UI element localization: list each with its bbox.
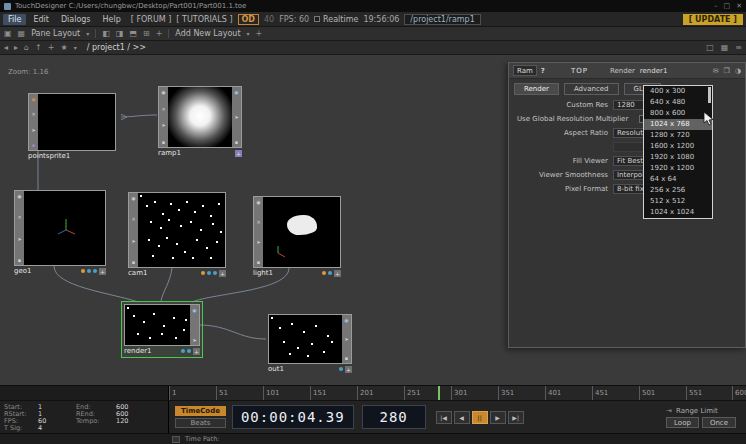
color-dot[interactable]	[81, 269, 85, 273]
realtime-toggle[interactable]: Realtime	[314, 15, 358, 24]
bypass-flag-icon[interactable]: ✕	[131, 216, 135, 222]
list-view-icon[interactable]: ≡	[735, 43, 742, 52]
menu-item[interactable]: Help	[98, 14, 126, 25]
timecode-mode-button[interactable]: TimeCode	[175, 406, 226, 416]
export-flag-icon[interactable]: ➤	[344, 336, 348, 342]
resolution-option[interactable]: 64 x 64	[644, 174, 712, 185]
home-icon[interactable]: ⌂	[24, 43, 29, 52]
resolution-option[interactable]: 1920 x 1200	[644, 163, 712, 174]
minimize-button[interactable]: –	[714, 2, 718, 10]
node-viewer[interactable]	[269, 315, 342, 363]
export-flag-icon[interactable]: ➤	[192, 337, 196, 343]
tab-render[interactable]: Render	[514, 83, 559, 95]
node-pointsprite1[interactable]: ◉ ✕ ➤ ▪ pointsprite1	[28, 93, 116, 160]
display-flag-icon[interactable]: ◉	[234, 89, 238, 95]
render-flag-icon[interactable]: ➤	[256, 239, 260, 245]
add-pane-icon[interactable]: +	[156, 29, 163, 38]
comment-icon[interactable]: ✉	[713, 67, 719, 75]
color-dot[interactable]	[322, 271, 326, 275]
viewer-flag-icon[interactable]: ◉	[256, 199, 260, 205]
color-dot[interactable]	[87, 269, 91, 273]
param-label[interactable]: Aspect Ratio	[509, 129, 613, 137]
lock-flag-icon[interactable]: ▪	[132, 259, 135, 265]
node-viewer[interactable]	[168, 87, 232, 147]
split-quad-icon[interactable]: ⊞	[143, 29, 150, 38]
node-viewer[interactable]	[24, 191, 105, 265]
network-editor[interactable]: Zoom: 1.16 ◉ ✕ ➤ ▪ pointsprite1 ◉	[0, 55, 746, 385]
pane-grid-icon[interactable]: ▦	[18, 29, 26, 38]
node-out1[interactable]: ◉ ➤ ▪ out1 +	[268, 314, 352, 373]
language-toggle-icon[interactable]: ◑	[735, 67, 741, 75]
tsig-field[interactable]: 4	[38, 424, 72, 432]
color-dot[interactable]	[181, 349, 185, 353]
pane-layout-menu[interactable]: Pane Layout	[31, 29, 80, 38]
resolution-option[interactable]: 1920 x 1080	[644, 152, 712, 163]
add-flag-button[interactable]: +	[345, 366, 352, 373]
resolution-dropdown[interactable]: 400 x 300640 x 480800 x 6001024 x 768128…	[643, 85, 713, 219]
color-dot[interactable]	[213, 271, 217, 275]
timeline-ruler[interactable]: 151101151201251301351401451501551600	[169, 386, 746, 400]
node-ramp1[interactable]: ◉ ✕ ➤ ▪ ◉ ➤ ▪ ramp1 +	[158, 86, 242, 157]
split-left-icon[interactable]: ◧	[102, 29, 110, 38]
add-flag-button[interactable]: +	[334, 270, 341, 277]
current-path-field[interactable]: /project1/ramp1	[404, 14, 480, 25]
render-flag-icon[interactable]: ➤	[17, 236, 21, 242]
node-light1[interactable]: ◉ ✕ ➤ ▪ light1 +	[253, 196, 341, 277]
custom-res-width-field[interactable]: 1280	[613, 100, 645, 110]
node-viewer[interactable]	[38, 94, 115, 150]
realtime-checkbox-icon[interactable]	[314, 16, 320, 22]
pane-single-icon[interactable]: ▣	[4, 29, 12, 38]
param-label[interactable]: Viewer Smoothness	[509, 171, 613, 179]
color-dot[interactable]	[187, 349, 191, 353]
bypass-flag-icon[interactable]: ✕	[31, 111, 35, 117]
jump-to-end-button[interactable]: ▶|	[508, 411, 524, 424]
color-dot[interactable]	[207, 271, 211, 275]
playhead[interactable]	[438, 386, 440, 400]
render-flag-icon[interactable]: ➤	[131, 238, 135, 244]
od-indicator[interactable]: OD	[238, 14, 259, 25]
display-flag-icon[interactable]: ◉	[192, 307, 196, 313]
node-viewer[interactable]	[125, 305, 190, 345]
viewer-flag-icon[interactable]: ◉	[31, 96, 35, 102]
maximize-button[interactable]: □	[724, 2, 731, 10]
play-forward-button[interactable]: ▶	[490, 411, 506, 424]
op-name-label[interactable]: render1	[640, 67, 668, 75]
lock-flag-icon[interactable]: ▪	[18, 257, 21, 263]
viewer-flag-icon[interactable]: ◉	[17, 193, 21, 199]
node-geo1[interactable]: ◉ ✕ ➤ ▪ geo1	[14, 190, 106, 275]
color-dot[interactable]	[328, 271, 332, 275]
menu-item[interactable]: File	[3, 14, 26, 25]
lock-flag-icon[interactable]: ▪	[345, 355, 348, 361]
resolution-option[interactable]: 400 x 300	[644, 86, 712, 97]
node-cam1[interactable]: ◉ ✕ ➤ ▪ cam1 +	[128, 192, 226, 277]
back-icon[interactable]: ◂	[4, 43, 8, 52]
param-label[interactable]: Use Global Resolution Multiplier	[509, 115, 633, 123]
op-name-field[interactable]: Ram	[513, 65, 537, 76]
loop-button[interactable]: Loop	[666, 417, 699, 428]
tutorials-link[interactable]: [ TUTORIALS ]	[176, 15, 232, 24]
dropdown-scrollbar[interactable]	[708, 87, 711, 103]
resolution-option[interactable]: 1024 x 768	[644, 119, 712, 130]
add-flag-button[interactable]: +	[99, 268, 106, 275]
add-flag-button[interactable]: +	[219, 270, 226, 277]
split-top-icon[interactable]: ⬒	[129, 29, 137, 38]
resolution-option[interactable]: 1600 x 1200	[644, 141, 712, 152]
once-button[interactable]: Once	[702, 417, 736, 428]
add-new-layout-menu[interactable]: Add New Layout	[175, 29, 240, 38]
lock-flag-icon[interactable]: ▪	[32, 142, 35, 148]
add-flag-button[interactable]: +	[193, 348, 200, 355]
param-label[interactable]: Custom Res	[509, 101, 613, 109]
lock-flag-icon[interactable]: ▪	[162, 139, 165, 145]
resolution-option[interactable]: 640 x 480	[644, 97, 712, 108]
help-icon[interactable]: ?	[541, 67, 545, 75]
bookmark-star-icon[interactable]: ★	[61, 43, 68, 52]
forum-link[interactable]: [ FORUM ]	[131, 15, 172, 24]
update-button[interactable]: [ UPDATE ]	[683, 14, 743, 25]
color-dot[interactable]	[93, 269, 97, 273]
node-render1[interactable]: ◉ ➤ render1 +	[121, 301, 203, 358]
resolution-option[interactable]: 512 x 512	[644, 196, 712, 207]
resolution-option[interactable]: 1280 x 720	[644, 130, 712, 141]
add-layout-icon[interactable]: +	[256, 29, 263, 38]
render-flag-icon[interactable]: ➤	[161, 122, 165, 128]
grid-view-icon[interactable]: ▦	[721, 43, 729, 52]
